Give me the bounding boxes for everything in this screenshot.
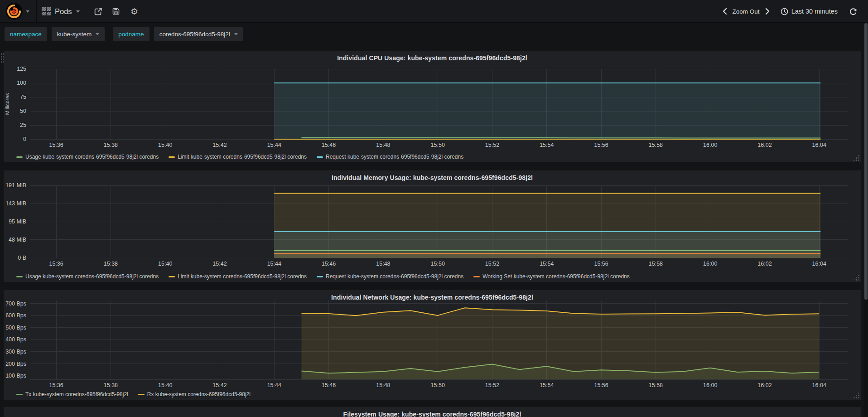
x-tick-label: 15:50 <box>431 261 445 267</box>
x-tick-label: 16:02 <box>757 142 772 148</box>
dashboard-picker[interactable]: Pods <box>42 0 80 23</box>
save-dashboard-button[interactable] <box>112 0 120 23</box>
legend-series-label: Usage kube-system coredns-695f96dcd5-98j… <box>25 273 159 280</box>
refresh-button[interactable] <box>849 8 857 15</box>
x-tick-label: 15:36 <box>49 382 63 388</box>
zoom-out-button[interactable]: Zoom Out <box>733 8 760 15</box>
chevron-down-icon <box>234 33 238 35</box>
y-tick-label: 100 Bps <box>5 373 26 379</box>
variable-namespace: namespace kube-system <box>5 27 105 41</box>
x-tick-label: 16:04 <box>812 261 826 267</box>
legend-item[interactable]: Usage kube-system coredns-695f96dcd5-98j… <box>16 273 159 280</box>
panel-filesystem-usage: Filesystem Usage: kube-system coredns-69… <box>4 407 861 417</box>
x-tick-label: 15:48 <box>376 382 390 388</box>
cpu-usage-chart[interactable]: 025507510012515:3615:3815:4015:4215:4415… <box>4 51 861 162</box>
x-tick-label: 15:42 <box>212 382 227 388</box>
x-tick-label: 15:54 <box>540 142 554 148</box>
panel-cpu-usage: Individual CPU Usage: kube-system coredn… <box>4 51 861 162</box>
series-fill-request <box>274 83 820 139</box>
x-tick-label: 15:52 <box>485 142 499 148</box>
x-tick-label: 15:52 <box>485 382 499 388</box>
scrollbar[interactable] <box>864 23 868 417</box>
podname-dropdown[interactable]: coredns-695f96dcd5-98j2l <box>154 27 243 41</box>
legend-series-dash <box>473 276 480 277</box>
time-pan-right-button[interactable] <box>764 8 771 15</box>
grafana-logo-button[interactable] <box>0 0 36 23</box>
time-controls: Zoom Out Last 30 minutes <box>722 0 857 23</box>
legend-series-dash <box>16 156 23 158</box>
podname-label: podname <box>113 27 149 41</box>
x-tick-label: 15:56 <box>594 261 608 267</box>
row-drag-handle[interactable] <box>0 53 4 63</box>
legend-series-label: Rx kube-system coredns-695f96dcd5-98j2l <box>147 391 251 398</box>
y-axis-label: Millicores <box>5 93 10 115</box>
y-tick-label: 500 Bps <box>5 325 26 331</box>
namespace-dropdown[interactable]: kube-system <box>52 27 105 41</box>
dashboard-settings-button[interactable]: ⚙ <box>130 0 138 23</box>
legend-series-label: Working Set kube-system coredns-695f96dc… <box>482 273 630 280</box>
time-range-label: Last 30 minutes <box>791 8 838 15</box>
x-tick-label: 15:58 <box>649 382 663 388</box>
x-tick-label: 16:00 <box>703 142 717 148</box>
network-usage-chart[interactable]: 100 Bps200 Bps300 Bps400 Bps500 Bps600 B… <box>4 290 861 400</box>
scrollbar-thumb[interactable] <box>864 23 868 300</box>
x-tick-label: 15:44 <box>267 261 281 267</box>
legend-series-dash <box>138 394 145 395</box>
legend-series-label: Tx kube-system coredns-695f96dcd5-98j2l <box>25 391 128 398</box>
dashboard-grid-icon <box>42 7 51 15</box>
navbar: Pods ⚙ Zoom Out <box>0 0 868 23</box>
legend-series-label: Limit kube-system coredns-695f96dcd5-98j… <box>178 154 307 160</box>
legend: Usage kube-system coredns-695f96dcd5-98j… <box>16 273 630 280</box>
y-tick-label: 100 <box>17 80 26 86</box>
x-tick-label: 15:38 <box>104 261 118 267</box>
legend-item[interactable]: Rx kube-system coredns-695f96dcd5-98j2l <box>138 391 251 398</box>
x-tick-label: 15:50 <box>431 142 445 148</box>
legend: Tx kube-system coredns-695f96dcd5-98j2lR… <box>16 391 251 398</box>
memory-usage-chart[interactable]: 0 B48 MiB95 MiB143 MiB191 MiB15:3615:381… <box>4 170 861 282</box>
chevron-down-icon <box>96 33 99 35</box>
dashboard-title: Pods <box>55 7 72 16</box>
series-fill-rx <box>302 308 820 379</box>
x-tick-label: 15:38 <box>104 382 118 388</box>
legend-item[interactable]: Working Set kube-system coredns-695f96dc… <box>473 273 630 280</box>
x-tick-label: 16:02 <box>757 382 772 388</box>
x-tick-label: 15:46 <box>322 382 336 388</box>
y-tick-label: 300 Bps <box>5 349 26 355</box>
chevron-down-icon <box>76 10 80 13</box>
legend-series-dash <box>169 276 175 277</box>
legend-item[interactable]: Limit kube-system coredns-695f96dcd5-98j… <box>169 154 307 160</box>
panel-network-usage: Individual Network Usage: kube-system co… <box>4 290 861 400</box>
x-tick-label: 15:46 <box>322 142 336 148</box>
legend-series-dash <box>317 276 323 277</box>
legend-item[interactable]: Request kube-system coredns-695f96dcd5-9… <box>317 273 463 280</box>
divider <box>36 0 37 23</box>
y-tick-label: 700 Bps <box>5 301 26 307</box>
time-range-picker[interactable]: Last 30 minutes <box>781 8 838 15</box>
x-tick-label: 15:44 <box>267 382 281 388</box>
share-dashboard-button[interactable] <box>94 0 102 23</box>
grafana-logo-icon <box>5 3 23 20</box>
clock-icon <box>781 8 788 15</box>
legend-series-dash <box>169 156 175 158</box>
y-tick-label: 143 MiB <box>5 200 26 207</box>
legend-item[interactable]: Limit kube-system coredns-695f96dcd5-98j… <box>169 273 307 280</box>
x-tick-label: 16:04 <box>812 142 826 148</box>
legend-item[interactable]: Request kube-system coredns-695f96dcd5-9… <box>317 154 463 160</box>
legend-series-label: Limit kube-system coredns-695f96dcd5-98j… <box>178 273 307 280</box>
y-tick-label: 95 MiB <box>9 218 26 225</box>
chevron-left-icon <box>722 8 728 15</box>
y-tick-label: 50 <box>20 108 26 114</box>
chevron-down-icon <box>26 10 29 13</box>
x-tick-label: 15:52 <box>485 261 499 267</box>
chevron-right-icon <box>764 8 771 15</box>
namespace-label: namespace <box>5 27 47 41</box>
legend-series-label: Request kube-system coredns-695f96dcd5-9… <box>326 154 463 160</box>
legend-series-dash <box>317 156 323 158</box>
x-tick-label: 15:40 <box>158 382 172 388</box>
panel-title: Filesystem Usage: kube-system coredns-69… <box>4 411 861 417</box>
series-fill-working-set <box>274 253 820 258</box>
time-pan-left-button[interactable] <box>722 8 728 15</box>
legend-item[interactable]: Tx kube-system coredns-695f96dcd5-98j2l <box>16 391 128 398</box>
x-tick-label: 15:44 <box>267 142 281 148</box>
legend-item[interactable]: Usage kube-system coredns-695f96dcd5-98j… <box>16 154 159 160</box>
